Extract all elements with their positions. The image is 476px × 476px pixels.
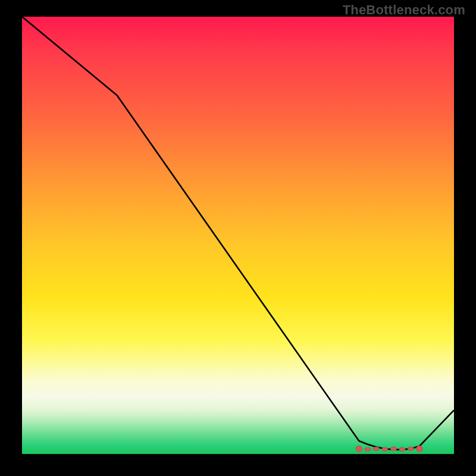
- plot-area-background: [22, 17, 454, 454]
- watermark-text: TheBottleneck.com: [343, 2, 465, 18]
- chart-container: TheBottleneck.com: [0, 0, 476, 476]
